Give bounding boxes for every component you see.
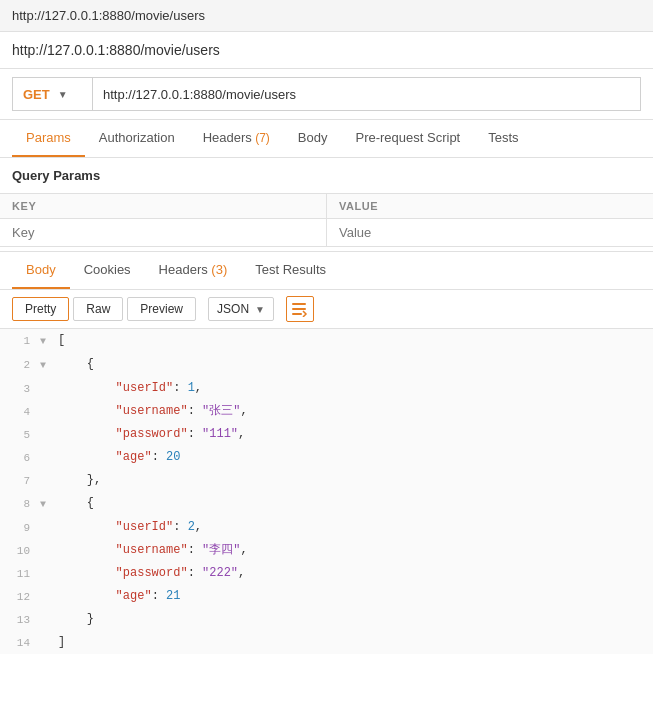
json-line: 7 }, [0, 469, 653, 492]
json-line: 8▼ { [0, 492, 653, 516]
line-toggle-icon [40, 632, 54, 634]
line-toggle-icon [40, 378, 54, 380]
response-tab-body[interactable]: Body [12, 252, 70, 289]
line-toggle-icon [40, 609, 54, 611]
json-punct: : [173, 520, 187, 534]
json-string: "222" [202, 566, 238, 580]
kv-row-empty [0, 219, 653, 247]
json-number: 1 [188, 381, 195, 395]
line-number: 9 [0, 517, 40, 538]
method-url-row: GET ▼ [0, 69, 653, 120]
tab-body[interactable]: Body [284, 120, 342, 157]
line-content: "userId": 2, [54, 517, 653, 537]
line-content: "age": 20 [54, 447, 653, 467]
value-cell-empty[interactable] [327, 219, 654, 247]
response-tab-testresults[interactable]: Test Results [241, 252, 340, 289]
json-punct: : [188, 543, 202, 557]
method-label: GET [23, 87, 50, 102]
value-column-header: VALUE [327, 194, 654, 219]
pretty-button[interactable]: Pretty [12, 297, 69, 321]
json-line: 6 "age": 20 [0, 446, 653, 469]
json-number: 2 [188, 520, 195, 534]
line-number: 14 [0, 632, 40, 653]
line-toggle-icon [40, 540, 54, 542]
json-label: JSON [217, 302, 249, 316]
tab-authorization[interactable]: Authorization [85, 120, 189, 157]
line-toggle-icon [40, 401, 54, 403]
wrap-icon[interactable] [286, 296, 314, 322]
line-toggle-icon [40, 517, 54, 519]
line-number: 1 [0, 330, 40, 351]
key-cell-empty[interactable] [0, 219, 327, 247]
key-input[interactable] [12, 225, 314, 240]
line-toggle-icon[interactable]: ▼ [40, 330, 54, 352]
preview-button[interactable]: Preview [127, 297, 196, 321]
json-punct: : [152, 589, 166, 603]
json-line: 9 "userId": 2, [0, 516, 653, 539]
raw-button[interactable]: Raw [73, 297, 123, 321]
line-number: 7 [0, 470, 40, 491]
response-tab-headers[interactable]: Headers (3) [145, 252, 242, 289]
line-content: }, [54, 470, 653, 490]
value-input[interactable] [339, 225, 641, 240]
tab-headers[interactable]: Headers (7) [189, 120, 284, 157]
request-url-section: http://127.0.0.1:8880/movie/users [0, 32, 653, 69]
json-number: 21 [166, 589, 180, 603]
line-number: 10 [0, 540, 40, 561]
json-punct: , [240, 404, 247, 418]
line-content: ] [54, 632, 653, 652]
line-toggle-icon [40, 563, 54, 565]
query-params-header: Query Params [0, 158, 653, 194]
tab-prerequest[interactable]: Pre-request Script [341, 120, 474, 157]
json-format-select[interactable]: JSON ▼ [208, 297, 274, 321]
method-chevron-icon: ▼ [58, 89, 68, 100]
json-number: 20 [166, 450, 180, 464]
line-content: "password": "222", [54, 563, 653, 583]
line-toggle-icon[interactable]: ▼ [40, 493, 54, 515]
json-punct: : [188, 566, 202, 580]
url-input[interactable] [92, 77, 641, 111]
line-number: 6 [0, 447, 40, 468]
json-line: 12 "age": 21 [0, 585, 653, 608]
json-punct: , [195, 381, 202, 395]
tab-params[interactable]: Params [12, 120, 85, 157]
line-content: "password": "111", [54, 424, 653, 444]
line-content: "userId": 1, [54, 378, 653, 398]
json-line: 5 "password": "111", [0, 423, 653, 446]
wrap-lines-icon [292, 301, 308, 317]
json-line: 4 "username": "张三", [0, 400, 653, 423]
line-content: { [54, 493, 653, 513]
request-tabs-row: Params Authorization Headers (7) Body Pr… [0, 120, 653, 158]
json-string: "111" [202, 427, 238, 441]
line-content: } [54, 609, 653, 629]
request-url-label: http://127.0.0.1:8880/movie/users [12, 42, 220, 58]
response-tabs-row: Body Cookies Headers (3) Test Results [0, 251, 653, 290]
line-toggle-icon [40, 470, 54, 472]
response-tab-cookies[interactable]: Cookies [70, 252, 145, 289]
kv-table: KEY VALUE [0, 194, 653, 247]
json-punct: , [238, 427, 245, 441]
line-toggle-icon [40, 424, 54, 426]
line-content: "age": 21 [54, 586, 653, 606]
json-line: 2▼ { [0, 353, 653, 377]
line-content: { [54, 354, 653, 374]
json-line: 3 "userId": 1, [0, 377, 653, 400]
format-controls: Pretty Raw Preview JSON ▼ [0, 290, 653, 329]
tab-tests[interactable]: Tests [474, 120, 532, 157]
json-string: "李四" [202, 543, 240, 557]
json-key: "userId" [116, 381, 174, 395]
json-key: "password" [116, 427, 188, 441]
json-line: 14] [0, 631, 653, 654]
line-toggle-icon [40, 586, 54, 588]
line-number: 12 [0, 586, 40, 607]
line-toggle-icon[interactable]: ▼ [40, 354, 54, 376]
line-number: 2 [0, 354, 40, 375]
method-select[interactable]: GET ▼ [12, 77, 92, 111]
line-number: 13 [0, 609, 40, 630]
json-line: 10 "username": "李四", [0, 539, 653, 562]
json-key: "userId" [116, 520, 174, 534]
line-number: 11 [0, 563, 40, 584]
json-key: "username" [116, 404, 188, 418]
json-line: 11 "password": "222", [0, 562, 653, 585]
json-key: "username" [116, 543, 188, 557]
